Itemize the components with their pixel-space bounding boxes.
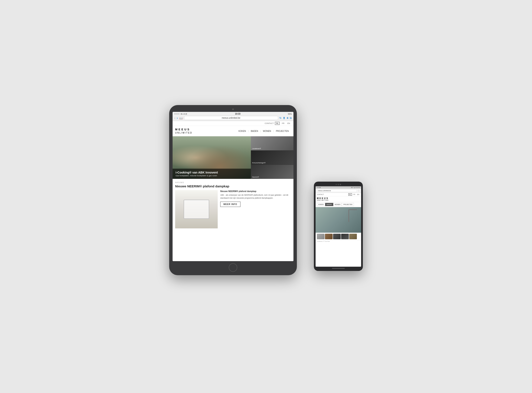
website-content: CONTACT NL FR EN MEEUS UNLIMITED KOKEN |… <box>173 121 293 261</box>
site-logo[interactable]: MEEUS UNLIMITED <box>175 128 192 134</box>
contact-link[interactable]: CONTACT <box>265 122 274 124</box>
phone-thumbnail-strip <box>316 233 361 240</box>
news-section: NIEUWS Nieuwe NEERIM® plafond dampkap Ni… <box>173 179 293 231</box>
phone-home-bar[interactable] <box>332 268 345 269</box>
site-navigation: KOKEN | BADEN | WONEN | PROJECTEN <box>236 130 291 132</box>
hero-subtitle: Gas kookplaten, inductie kookplaten & ga… <box>176 175 248 177</box>
hero-title: i-Cooking® van ABK Innovent <box>176 171 248 174</box>
phone-contact-link[interactable]: CONTACT <box>317 194 324 195</box>
safari-browser-bar: ••••• BASE 10:33 55% ‹ › 📖 meeus-unlimit… <box>173 112 293 121</box>
hero-sidebar-lavabeau[interactable]: Lavabeau® <box>251 136 293 151</box>
site-header: MEEUS UNLIMITED KOKEN | BADEN | WONEN | … <box>173 126 293 136</box>
phone-status-right: ⚙ ▽ ▲ ● 11:42 <box>351 187 360 188</box>
new-tab-button[interactable]: + <box>287 116 288 120</box>
phone-lang-nl[interactable]: NL <box>348 193 352 196</box>
phone-lang-group: NL FR EN <box>348 193 360 196</box>
phone-icon-3: ⊞ <box>340 184 341 186</box>
scene: ••••• BASE 10:33 55% ‹ › 📖 meeus-unlimit… <box>169 105 363 288</box>
hero-sidebar: Lavabeau® Kreuzschwinger® Neerim® <box>251 136 293 179</box>
phone-thumb-2[interactable] <box>325 234 333 239</box>
neerim-label: Neerim® <box>252 176 259 178</box>
chrome-address-bar: meeus-unlimited.be ⋮ <box>316 189 361 193</box>
lang-nl-button[interactable]: NL <box>275 122 280 125</box>
safari-status-bar: ••••• BASE 10:33 55% <box>174 113 292 115</box>
news-image <box>175 190 218 228</box>
carrier-signal: ••••• BASE <box>174 113 188 115</box>
tablet-device: ••••• BASE 10:33 55% ‹ › 📖 meeus-unlimit… <box>169 105 297 275</box>
phone-nav-baden[interactable]: BADEN <box>325 203 333 206</box>
phone-nav-projecten[interactable]: PROJECTEN <box>342 203 354 206</box>
phone-lang-en[interactable]: EN <box>356 193 360 196</box>
refresh-button[interactable]: ↻ <box>279 117 282 119</box>
phone-device: ⊙ ⊡ ⊞ ⊙ ⊡ ⊞ ⚙ ▽ ▲ ● 11:42 meeus-unlimite… <box>314 182 363 271</box>
back-button[interactable]: ‹ <box>174 116 175 120</box>
kreuzschwinger-label: Kreuzschwinger® <box>252 162 266 164</box>
nav-projecten[interactable]: PROJECTEN <box>274 130 291 132</box>
nav-koken[interactable]: KOKEN <box>236 130 248 132</box>
news-title: Nieuwe NEERIM® plafond dampkap <box>175 184 291 188</box>
nav-baden[interactable]: BADEN <box>249 130 260 132</box>
phone-site-top-bar: CONTACT NL FR EN <box>316 193 361 196</box>
phone-footer-text: Lavabeau | ® YouTube <box>316 240 361 242</box>
phone-status-icons: ⊙ ⊡ ⊞ <box>336 184 341 186</box>
share-button[interactable]: ⬆ <box>283 116 285 120</box>
phone-site-logo[interactable]: MEEUS UNLIMITED <box>316 196 361 202</box>
meer-info-button[interactable]: MEER INFO <box>220 201 240 207</box>
news-text-content: Nieuwe NEERIM® plafond dampkap ABK - als… <box>220 190 291 228</box>
tabs-button[interactable]: ⧉ <box>290 117 292 119</box>
chrome-status-bar: ⊙ ⊡ ⊞ ⚙ ▽ ▲ ● 11:42 <box>316 186 361 189</box>
lang-fr-button[interactable]: FR <box>281 122 285 125</box>
phone-hero-faucet <box>348 209 357 222</box>
phone-nav-koken[interactable]: KOKEN <box>317 203 325 206</box>
battery-indicator: 55% <box>288 113 292 115</box>
phone-thumb-1[interactable] <box>317 234 324 239</box>
status-time: 10:33 <box>235 113 240 115</box>
logo-line2: UNLIMITED <box>175 131 192 134</box>
chrome-url-field[interactable]: meeus-unlimited.be <box>317 189 357 192</box>
phone-thumb-5[interactable] <box>349 234 357 239</box>
phone-hero-image <box>316 207 361 233</box>
phone-status-left: ⊙ ⊡ ⊞ <box>317 187 321 188</box>
safari-controls: ‹ › 📖 meeus-unlimited.be ↻ ⬆ + ⧉ <box>174 116 292 120</box>
phone-icon-1: ⊙ <box>336 184 337 186</box>
phone-screen: ⊙ ⊡ ⊞ ⚙ ▽ ▲ ● 11:42 meeus-unlimited.be ⋮… <box>316 186 361 267</box>
phone-camera-area: ⊙ ⊡ ⊞ <box>316 184 361 186</box>
hero-main-slide[interactable]: i-Cooking® van ABK Innovent Gas kookplat… <box>173 136 251 179</box>
tablet-camera <box>232 108 234 110</box>
phone-logo-line2: UNLIMITED <box>317 200 360 201</box>
news-tag: NIEUWS <box>175 182 291 183</box>
phone-navigation: KOKEN BADEN WONEN PROJECTEN <box>316 202 361 207</box>
phone-icon-2: ⊡ <box>338 184 339 186</box>
site-top-bar: CONTACT NL FR EN <box>173 121 293 126</box>
lang-en-button[interactable]: EN <box>286 122 291 125</box>
tablet-screen: ••••• BASE 10:33 55% ‹ › 📖 meeus-unlimit… <box>173 112 293 261</box>
chrome-menu-button[interactable]: ⋮ <box>358 189 360 192</box>
hero-overlay: i-Cooking® van ABK Innovent Gas kookplat… <box>173 169 251 179</box>
lavabeau-label: Lavabeau® <box>252 147 261 149</box>
phone-nav-wonen[interactable]: WONEN <box>333 203 342 206</box>
ceiling-fixture <box>184 200 209 219</box>
ceiling-image <box>175 190 218 228</box>
news-text-body: ABK - als ontwerper van de NEERIM® plafo… <box>220 194 291 200</box>
bookmark-button[interactable]: 📖 <box>179 116 183 120</box>
hero-sidebar-kreuzschwinger[interactable]: Kreuzschwinger® <box>251 151 293 165</box>
nav-wonen[interactable]: WONEN <box>261 130 273 132</box>
phone-logo-line1: MEEUS <box>317 197 360 200</box>
hero-section: i-Cooking® van ABK Innovent Gas kookplat… <box>173 136 293 179</box>
tablet-home-button[interactable] <box>229 263 237 272</box>
url-bar[interactable]: meeus-unlimited.be <box>184 116 278 120</box>
hero-sidebar-neerim[interactable]: Neerim® <box>251 165 293 179</box>
phone-thumb-3[interactable] <box>333 234 341 239</box>
phone-thumb-4[interactable] <box>341 234 349 239</box>
news-text-title: Nieuwe NEERIM® plafond dampkap <box>220 190 291 192</box>
forward-button[interactable]: › <box>177 116 178 120</box>
phone-lang-fr[interactable]: FR <box>353 193 356 196</box>
logo-line1: MEEUS <box>175 128 192 131</box>
news-body: Nieuwe NEERIM® plafond dampkap ABK - als… <box>175 190 291 228</box>
